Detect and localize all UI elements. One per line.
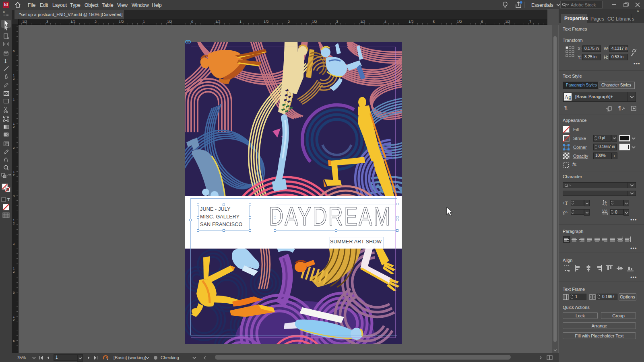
svg-text:T: T (7, 197, 10, 202)
svg-text:A: A (605, 209, 607, 213)
svg-text:T: T (4, 58, 8, 64)
svg-text:¶: ¶ (618, 105, 621, 111)
svg-text:T: T (565, 200, 568, 205)
svg-text:V: V (562, 210, 565, 214)
svg-text:A: A (605, 203, 607, 206)
svg-text:V: V (602, 209, 605, 213)
svg-text:A: A (565, 210, 568, 214)
